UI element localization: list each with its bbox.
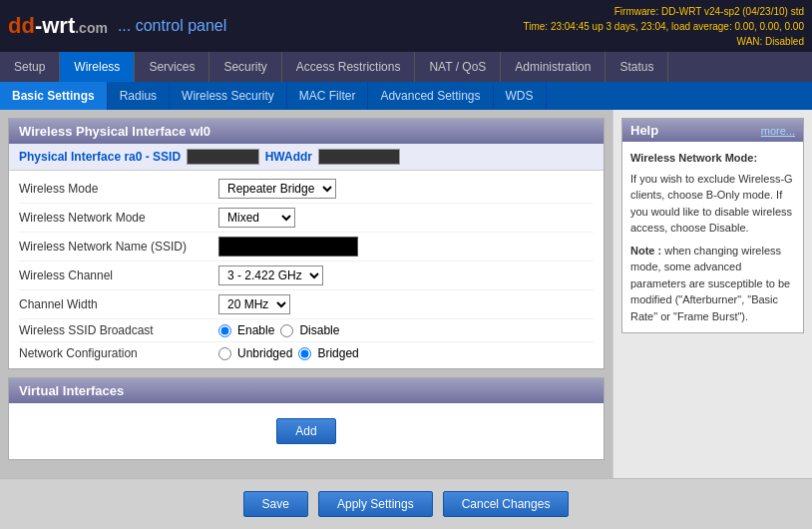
ssid-value: [187, 149, 259, 165]
section-virtual-interfaces: Virtual Interfaces Add: [8, 377, 605, 460]
control-ssid: [218, 237, 358, 257]
help-body: If you wish to exclude Wireless-G client…: [630, 171, 795, 237]
nav-services[interactable]: Services: [135, 52, 209, 82]
label-ssid-disable: Disable: [299, 323, 339, 337]
select-network-mode[interactable]: Mixed B-Only G-Only N-Only Disabled: [218, 208, 295, 228]
header: dd-wrt.com ... control panel Firmware: D…: [0, 0, 812, 52]
radio-ssid-disable[interactable]: [280, 324, 293, 337]
select-channel-width[interactable]: 20 MHz 40 MHz: [218, 294, 290, 314]
nav-access-restrictions[interactable]: Access Restrictions: [282, 52, 416, 82]
firmware-line2: Time: 23:04:45 up 3 days, 23:04, load av…: [524, 19, 805, 34]
settings-table: Wireless Mode AP Client Client Bridge Ad…: [9, 171, 604, 368]
nav-status[interactable]: Status: [606, 52, 668, 82]
label-ssid-enable: Enable: [237, 323, 274, 337]
logo: dd-wrt.com: [8, 13, 108, 39]
label-ssid: Wireless Network Name (SSID): [19, 240, 218, 254]
radio-unbridged[interactable]: [218, 347, 231, 360]
section-virtual-title: Virtual Interfaces: [9, 378, 604, 403]
section-physical-interface: Wireless Physical Interface wl0 Physical…: [8, 118, 605, 369]
tab-wds[interactable]: WDS: [494, 82, 547, 110]
content-area: Wireless Physical Interface wl0 Physical…: [0, 110, 612, 478]
nav-security[interactable]: Security: [209, 52, 281, 82]
add-btn-row: Add: [9, 403, 604, 459]
logo-wrt: -wrt: [35, 13, 75, 38]
tab-radius[interactable]: Radius: [108, 82, 170, 110]
help-note-label: Note :: [630, 245, 661, 257]
logo-subtitle: ... control panel: [118, 17, 226, 35]
control-net-config: Unbridged Bridged: [218, 346, 359, 360]
row-ssid: Wireless Network Name (SSID): [19, 233, 594, 262]
iface-row: Physical Interface ra0 - SSID HWAddr: [9, 144, 604, 171]
row-channel-width: Channel Width 20 MHz 40 MHz: [19, 290, 594, 319]
nav-administration[interactable]: Administration: [501, 52, 606, 82]
label-unbridged: Unbridged: [237, 346, 292, 360]
control-channel: 1 - 2.412 GHz 2 - 2.417 GHz 3 - 2.422 GH…: [218, 265, 323, 285]
hwaddr-label: HWAddr: [265, 150, 312, 164]
nav-nat-qos[interactable]: NAT / QoS: [415, 52, 501, 82]
iface-label: Physical Interface ra0 - SSID: [19, 150, 181, 164]
label-ssid-broadcast: Wireless SSID Broadcast: [19, 323, 218, 337]
help-title: Help: [630, 123, 658, 138]
hwaddr-value: [318, 149, 400, 165]
label-wireless-mode: Wireless Mode: [19, 182, 218, 196]
apply-settings-button[interactable]: Apply Settings: [318, 491, 433, 517]
label-network-mode: Wireless Network Mode: [19, 211, 218, 225]
tab-mac-filter[interactable]: MAC Filter: [287, 82, 369, 110]
nav-setup[interactable]: Setup: [0, 52, 60, 82]
logo-area: dd-wrt.com ... control panel: [8, 13, 226, 39]
tab-wireless-security[interactable]: Wireless Security: [170, 82, 287, 110]
row-network-mode: Wireless Network Mode Mixed B-Only G-Onl…: [19, 204, 594, 233]
nav-sub: Basic Settings Radius Wireless Security …: [0, 82, 812, 110]
firmware-line3: WAN: Disabled: [524, 34, 805, 49]
cancel-changes-button[interactable]: Cancel Changes: [443, 491, 570, 517]
nav-top: Setup Wireless Services Security Access …: [0, 52, 812, 82]
help-box: Help more... Wireless Network Mode: If y…: [621, 118, 804, 333]
footer-buttons: Save Apply Settings Cancel Changes: [0, 478, 812, 529]
radio-ssid-enable[interactable]: [218, 324, 231, 337]
save-button[interactable]: Save: [243, 491, 308, 517]
label-bridged: Bridged: [317, 346, 358, 360]
select-wireless-mode[interactable]: AP Client Client Bridge Adhoc Repeater R…: [218, 179, 336, 199]
help-title-row: Help more...: [622, 119, 803, 142]
select-channel[interactable]: 1 - 2.412 GHz 2 - 2.417 GHz 3 - 2.422 GH…: [218, 265, 323, 285]
label-channel: Wireless Channel: [19, 268, 218, 282]
control-ssid-broadcast: Enable Disable: [218, 323, 339, 337]
firmware-line1: Firmware: DD-WRT v24-sp2 (04/23/10) std: [524, 4, 805, 19]
tab-basic-settings[interactable]: Basic Settings: [0, 82, 108, 110]
label-net-config: Network Configuration: [19, 346, 218, 360]
label-channel-width: Channel Width: [19, 297, 218, 311]
nav-wireless[interactable]: Wireless: [60, 52, 135, 82]
row-channel: Wireless Channel 1 - 2.412 GHz 2 - 2.417…: [19, 262, 594, 290]
help-note: Note : when changing wireless mode, some…: [630, 243, 795, 325]
logo-dd: dd: [8, 13, 35, 38]
help-content: Wireless Network Mode: If you wish to ex…: [622, 142, 803, 332]
section-physical-title: Wireless Physical Interface wl0: [9, 119, 604, 144]
firmware-info: Firmware: DD-WRT v24-sp2 (04/23/10) std …: [524, 4, 805, 49]
control-channel-width: 20 MHz 40 MHz: [218, 294, 290, 314]
control-network-mode: Mixed B-Only G-Only N-Only Disabled: [218, 208, 295, 228]
tab-advanced-settings[interactable]: Advanced Settings: [368, 82, 493, 110]
add-button[interactable]: Add: [276, 418, 335, 444]
row-wireless-mode: Wireless Mode AP Client Client Bridge Ad…: [19, 175, 594, 204]
control-wireless-mode: AP Client Client Bridge Adhoc Repeater R…: [218, 179, 336, 199]
help-sidebar: Help more... Wireless Network Mode: If y…: [612, 110, 812, 478]
help-heading: Wireless Network Mode:: [630, 150, 795, 167]
logo-com: .com: [75, 20, 108, 36]
ssid-input-display: [218, 237, 358, 257]
row-ssid-broadcast: Wireless SSID Broadcast Enable Disable: [19, 319, 594, 342]
help-more-link[interactable]: more...: [761, 125, 795, 137]
row-net-config: Network Configuration Unbridged Bridged: [19, 342, 594, 364]
radio-bridged[interactable]: [298, 347, 311, 360]
